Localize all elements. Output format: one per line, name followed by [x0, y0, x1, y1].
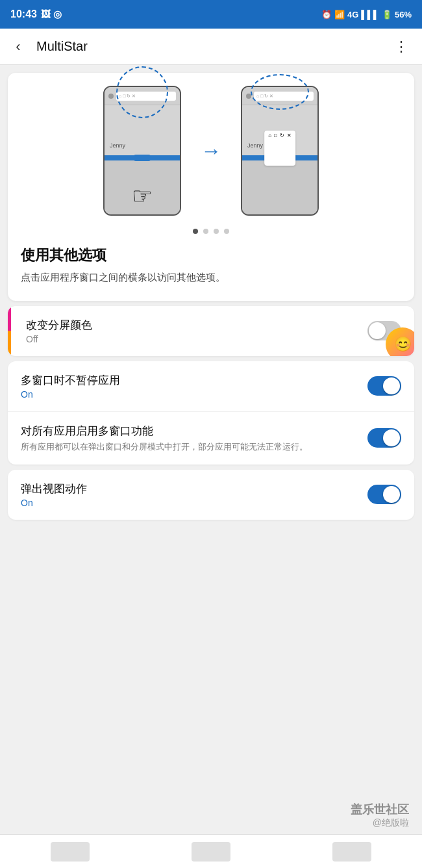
carousel-text: 使用其他选项 点击应用程序窗口之间的横条以访问其他选项。 [21, 246, 401, 285]
watermark-sub: @绝版啦 [351, 817, 409, 829]
split-top: Jenny [105, 105, 180, 157]
nav-back-button[interactable] [51, 842, 90, 862]
setting-item-split-color: 改变分屏颜色 Off 😊 [8, 306, 414, 356]
back-button[interactable]: ‹ [3, 31, 34, 62]
back-icon: ‹ [16, 38, 20, 55]
toggle-popup[interactable] [367, 485, 401, 504]
phone-label-after: Jenny [247, 142, 263, 149]
setting-group-no-pause: 多窗口时不暂停应用 On 对所有应用启用多窗口功能 所有应用都可以在弹出窗口和分… [8, 361, 414, 465]
phone-after: ⌂ □ ↻ ✕ Jenny ⌂ □ ↻ ✕ [241, 86, 319, 216]
notification-icons: 🖼 ◎ [41, 8, 62, 20]
setting-item-popup: 弹出视图动作 On [8, 470, 414, 520]
hand-icon: ☞ [132, 185, 153, 208]
toggle-thumb-no-pause [383, 377, 400, 394]
status-right: ⏰ 📶 4G ▌▌▌ 🔋 56% [321, 10, 412, 19]
dot1 [108, 94, 114, 99]
setting-desc-all-apps: 所有应用都可以在弹出窗口和分屏模式中打开，部分应用可能无法正常运行。 [21, 441, 360, 453]
more-icon: ⋮ [394, 38, 408, 55]
setting-title-no-pause: 多窗口时不暂停应用 [21, 373, 360, 388]
phone-mockup-after: ⌂ □ ↻ ✕ Jenny ⌂ □ ↻ ✕ [241, 86, 319, 216]
page-title: MultiStar [36, 39, 386, 54]
setting-left-popup: 弹出视图动作 On [21, 481, 367, 508]
setting-status-split-color: Off [26, 334, 360, 344]
split-top-after: Jenny ⌂ □ ↻ ✕ [242, 105, 317, 157]
split-bottom-after [242, 157, 317, 216]
setting-status-popup: On [21, 498, 360, 508]
dot-4 [224, 229, 229, 234]
setting-title-split-color: 改变分屏颜色 [26, 318, 360, 333]
setting-left-split-color: 改变分屏颜色 Off [21, 318, 367, 344]
setting-item-all-apps: 对所有应用启用多窗口功能 所有应用都可以在弹出窗口和分屏模式中打开，部分应用可能… [8, 411, 414, 465]
phone-mockup-before: ⌂ □ ↻ ✕ Jenny ☞ [103, 86, 181, 216]
status-time: 10:43 [10, 8, 37, 20]
phone-top-bar-after: ⌂ □ ↻ ✕ [242, 87, 317, 105]
more-options-button[interactable]: ⋮ [386, 31, 417, 62]
toggle-thumb-all-apps [383, 429, 400, 446]
dot-2 [203, 229, 208, 234]
toggle-thumb-split-color [369, 322, 386, 339]
arrow-right-icon: → [201, 139, 221, 163]
phone-top-bar-before: ⌂ □ ↻ ✕ [105, 87, 180, 105]
setting-left-all-apps: 对所有应用启用多窗口功能 所有应用都可以在弹出窗口和分屏模式中打开，部分应用可能… [21, 424, 367, 453]
address-bar: ⌂ □ ↻ ✕ [116, 92, 176, 101]
toolbar-overlay: ⌂ □ ↻ ✕ [264, 131, 295, 166]
phone-before: ⌂ □ ↻ ✕ Jenny ☞ [103, 86, 181, 216]
bottom-nav-bar [0, 834, 422, 868]
phone-label: Jenny [110, 142, 125, 149]
carousel-desc: 点击应用程序窗口之间的横条以访问其他选项。 [21, 270, 401, 285]
dot-3 [214, 229, 219, 234]
status-left: 10:43 🖼 ◎ [10, 8, 62, 20]
alarm-icon: ⏰ [321, 10, 332, 19]
toggle-no-pause[interactable] [367, 376, 401, 396]
carousel-card: ⌂ □ ↻ ✕ Jenny ☞ → ⌂ [8, 73, 414, 301]
divider-line [105, 157, 180, 160]
dot2 [246, 94, 251, 99]
battery-level: 56% [395, 10, 412, 19]
top-bar: ‹ MultiStar ⋮ [0, 29, 422, 65]
wifi-icon: 📶 [334, 10, 345, 19]
battery-icon: 🔋 [382, 10, 392, 19]
setting-title-all-apps: 对所有应用启用多窗口功能 [21, 424, 360, 439]
watermark: 盖乐世社区 @绝版啦 [351, 802, 409, 829]
toggle-all-apps[interactable] [367, 428, 401, 448]
setting-title-popup: 弹出视图动作 [21, 481, 360, 496]
setting-group-popup: 弹出视图动作 On [8, 470, 414, 520]
watermark-main: 盖乐世社区 [351, 802, 409, 817]
signal-bars: ▌▌▌ [361, 10, 379, 19]
dot-1 [193, 229, 198, 234]
setting-group-split-color: 改变分屏颜色 Off 😊 [8, 306, 414, 356]
signal-icon: 4G [347, 10, 358, 19]
carousel-heading: 使用其他选项 [21, 246, 401, 265]
nav-home-button[interactable] [192, 842, 230, 862]
color-accent [8, 306, 11, 356]
setting-item-no-pause: 多窗口时不暂停应用 On [8, 361, 414, 411]
setting-status-no-pause: On [21, 389, 360, 400]
pagination-dots [21, 229, 401, 234]
illustration-area: ⌂ □ ↻ ✕ Jenny ☞ → ⌂ [21, 86, 401, 216]
nav-recents-button[interactable] [332, 842, 371, 862]
toggle-thumb-popup [383, 486, 400, 503]
setting-left-no-pause: 多窗口时不暂停应用 On [21, 373, 367, 400]
status-bar: 10:43 🖼 ◎ ⏰ 📶 4G ▌▌▌ 🔋 56% [0, 0, 422, 29]
address-bar-after: ⌂ □ ↻ ✕ [254, 92, 314, 101]
